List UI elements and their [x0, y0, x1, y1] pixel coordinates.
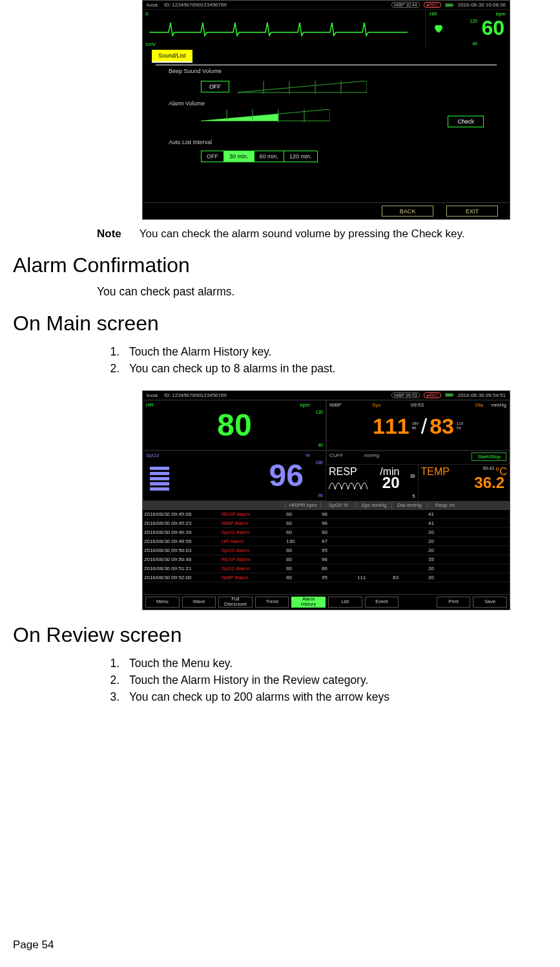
heart-icon	[432, 23, 445, 34]
review-step-3: You can check up to 200 alarms with the …	[123, 688, 547, 705]
hr-hi: 120	[315, 410, 323, 414]
nibp-badge: NIBP 10:44	[391, 2, 420, 8]
nibp-sys-label: Sys	[372, 402, 380, 408]
hr-value: 80	[146, 410, 323, 441]
main-step-2: You can check up to 8 alarms in the past…	[123, 360, 547, 377]
th-dia: Dia mmHg	[391, 502, 427, 508]
exit-button[interactable]: EXIT	[446, 206, 498, 217]
start-stop-button[interactable]: Start/Stop	[472, 452, 506, 461]
datetime: 2016-08-30 09:54:51	[458, 392, 506, 398]
nav-wave[interactable]: Wave	[182, 597, 216, 608]
review-screen-steps: Touch the Menu key. Touch the Alarm Hist…	[116, 655, 547, 706]
nav-event[interactable]: Event	[365, 597, 399, 608]
auto-list-interval-label: Auto List Interval	[169, 139, 484, 145]
interval-off-button[interactable]: OFF	[201, 151, 224, 162]
alarm-history-screenshot: kusa ID: 1234567890123456789 NIBP 09:53 …	[142, 390, 510, 610]
check-button[interactable]: Check	[448, 116, 484, 127]
spo2-label: SpO2	[146, 452, 159, 458]
beep-off-button[interactable]: OFF	[201, 81, 229, 92]
main-screen-steps: Touch the Alarm History key. You can che…	[116, 343, 547, 377]
review-step-2: Touch the Alarm History in the Review ca…	[123, 672, 547, 688]
nav-save[interactable]: Save	[473, 597, 507, 608]
temp-label: TEMP	[421, 466, 450, 477]
beep-volume-slider[interactable]	[238, 81, 367, 94]
nibp-sys-hi: 180	[412, 421, 419, 425]
alarm-row: 2016/08/30 09:50:03SpO2 Alarm809520	[143, 546, 510, 555]
nibp-dia-hi: 110	[457, 421, 463, 425]
heading-alarm-confirmation: Alarm Confirmation	[13, 253, 547, 277]
note-text: You can check the alarm sound volume by …	[140, 228, 465, 240]
spo2-value: 96	[146, 460, 323, 491]
interval-30-button[interactable]: 30 min.	[223, 151, 254, 162]
svg-rect-2	[446, 4, 451, 5]
interval-60-button[interactable]: 60 min.	[254, 151, 285, 162]
nibp-sys-value: 111	[373, 414, 410, 439]
resp-wave-icon	[329, 476, 368, 493]
note-label: Note	[97, 228, 121, 240]
heading-on-review-screen: On Review screen	[13, 623, 547, 647]
svg-rect-15	[452, 394, 453, 396]
note-row: Note You can check the alarm sound volum…	[97, 228, 547, 240]
nibp-panel: NIBP Sys 09:53 Dia mmHg 111 18080 / 83 1…	[326, 400, 510, 451]
resp-panel: RESP /min 30 5 20	[326, 465, 419, 501]
nibp-label: NIBP	[329, 402, 342, 408]
nibp-dia-lo: 54	[457, 426, 461, 430]
nav-alarm-history[interactable]: Alarm History	[291, 597, 326, 608]
alarm-volume-slider[interactable]	[201, 109, 330, 122]
resp-hi: 30	[410, 474, 415, 478]
patient-id: ID: 1234567890123456789	[164, 2, 227, 8]
temp-time: 09:43	[482, 466, 494, 471]
cuff-panel: CUFF mmHg Start/Stop	[326, 451, 510, 465]
interval-120-button[interactable]: 120 min.	[284, 151, 318, 162]
hr-lo: 40	[318, 443, 323, 447]
hr-box: HR bpm 60 120 40	[426, 10, 510, 48]
bottom-nav: Menu Wave Full Disclosure Trend Alarm Hi…	[143, 594, 510, 610]
hr-label: HR	[146, 402, 154, 408]
ecg-wave-icon	[149, 19, 408, 39]
hr-limit-lo: 40	[472, 41, 477, 46]
sound-list-tab[interactable]: Sound/List	[152, 50, 192, 63]
heading-on-main-screen: On Main screen	[13, 312, 547, 335]
nav-print[interactable]: Print	[437, 597, 471, 608]
battery-icon	[445, 3, 454, 8]
svg-rect-16	[446, 394, 451, 396]
th-hr: HR/PR bpm	[285, 502, 320, 508]
battery-icon	[445, 392, 454, 398]
nibp-unit: mmHg	[491, 402, 506, 408]
nav-full-disclosure[interactable]: Full Disclosure	[218, 597, 253, 608]
th-resp: Resp /m	[427, 502, 462, 508]
spo2-unit: %	[306, 452, 310, 458]
alarm-table-header: HR/PR bpm SpO2 % Sys mmHg Dia mmHg Resp …	[143, 501, 510, 510]
resp-value: 20	[382, 474, 400, 492]
nav-menu[interactable]: Menu	[145, 597, 180, 608]
svg-rect-1	[452, 4, 453, 5]
sound-list-screenshot: kusa ID: 1234567890123456789 NIBP 10:44 …	[142, 0, 510, 220]
spo2-lo: 90	[318, 493, 323, 498]
nibp-dia-value: 83	[430, 414, 454, 439]
alarm-history-table: HR/PR bpm SpO2 % Sys mmHg Dia mmHg Resp …	[143, 501, 510, 582]
alarm-row: 2016/08/30 09:45:08RESP Alarm609641	[143, 510, 510, 519]
svg-marker-3	[238, 81, 367, 92]
hr-value: 60	[481, 16, 504, 40]
th-spo2: SpO2 %	[320, 502, 356, 508]
rec-badge: ●REC	[424, 392, 441, 398]
hr-unit: bpm	[300, 402, 310, 408]
alarm-row: 2016/08/30 09:45:23NIBP Alarm609641	[143, 519, 510, 528]
nav-trend[interactable]: Trend	[255, 597, 289, 608]
nav-list[interactable]: List	[328, 597, 362, 608]
patient-name: kusa	[147, 2, 158, 8]
nibp-dia-label: Dia	[475, 402, 483, 408]
alarm-confirmation-text: You can check past alarms.	[97, 285, 547, 299]
th-sys: Sys mmHg	[356, 502, 391, 508]
spo2-hi: 100	[315, 460, 323, 465]
alarm-row: 2016/08/30 09:46:34SpO2 Alarm609020	[143, 528, 510, 537]
patient-id: ID: 1234567890123456789	[164, 392, 227, 398]
resp-lo: 5	[413, 494, 415, 498]
temp-panel: TEMP 09:43 °C 36.2	[419, 465, 510, 501]
back-button[interactable]: BACK	[382, 206, 433, 217]
rec-badge: ●REC	[424, 2, 441, 8]
ecg-scale-label: 1mV	[145, 41, 156, 47]
main-step-1: Touch the Alarm History key.	[123, 343, 547, 360]
beep-volume-label: Beep Sound Volume	[169, 68, 484, 74]
ecg-waveform-area: II 1mV	[143, 10, 426, 48]
